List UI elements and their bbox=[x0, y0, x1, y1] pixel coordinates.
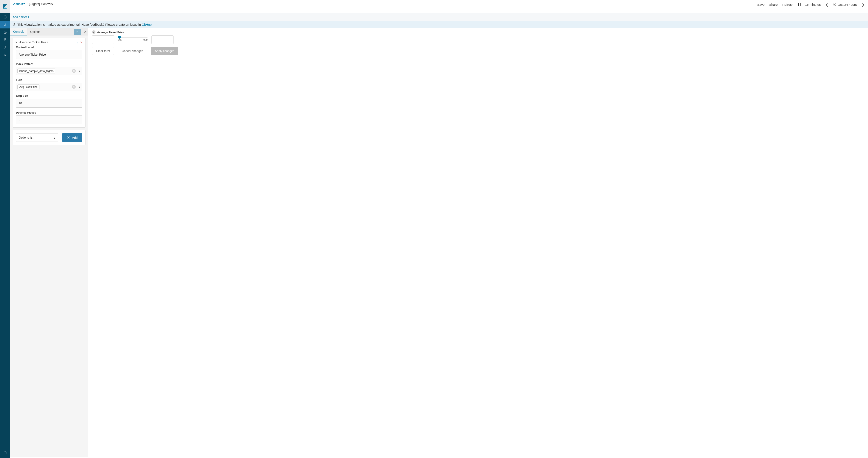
range-slider-track[interactable] bbox=[118, 37, 148, 37]
clear-index-pattern-icon[interactable]: ✕ bbox=[72, 69, 76, 73]
index-pattern-label: Index Pattern bbox=[16, 62, 82, 66]
time-range-label: Last 24 hours bbox=[837, 3, 857, 6]
preview-pane: ❮ Average Ticket Price 108 999 Clear bbox=[88, 28, 868, 457]
clear-form-button[interactable]: Clear form bbox=[92, 47, 114, 55]
move-up-button[interactable]: ↑ bbox=[73, 40, 74, 44]
decimal-places-input[interactable] bbox=[16, 116, 82, 124]
breadcrumb-current: [Flights] Controls bbox=[29, 2, 53, 6]
nav-security-icon[interactable] bbox=[0, 36, 10, 44]
side-nav bbox=[0, 0, 10, 457]
nav-management-icon[interactable] bbox=[0, 51, 10, 59]
svg-point-7 bbox=[5, 39, 6, 40]
time-prev-icon[interactable]: ❮ bbox=[825, 2, 829, 7]
field-select[interactable]: AvgTicketPrice ✕ ∨ bbox=[16, 83, 82, 91]
breadcrumb-separator: / bbox=[27, 2, 28, 6]
index-pattern-chip: kibana_sample_data_flights bbox=[18, 68, 55, 73]
editor-sidebar: Controls Options ✕ ∨ Average Ticket Pric… bbox=[10, 28, 88, 457]
plus-circle-icon: + bbox=[67, 136, 70, 139]
tab-options[interactable]: Options bbox=[27, 28, 43, 35]
chevron-down-icon[interactable]: ∨ bbox=[78, 85, 81, 89]
panel-header[interactable]: ∨ Average Ticket Price ↑ ↓ ✕ bbox=[13, 38, 85, 45]
range-max-input[interactable] bbox=[151, 35, 174, 44]
svg-point-8 bbox=[5, 55, 5, 56]
control-label-label: Control Label bbox=[16, 45, 82, 49]
index-pattern-select[interactable]: kibana_sample_data_flights ✕ ∨ bbox=[16, 67, 82, 75]
range-min-label: 108 bbox=[118, 38, 122, 41]
range-slider-control: 108 999 bbox=[92, 35, 864, 44]
breadcrumb-root[interactable]: Visualize bbox=[13, 2, 26, 6]
pause-icon[interactable] bbox=[798, 3, 801, 6]
github-link[interactable]: GitHub bbox=[142, 23, 152, 26]
range-min-input[interactable] bbox=[92, 35, 114, 44]
save-button[interactable]: Save bbox=[757, 3, 765, 6]
resize-handle[interactable]: ⋮ bbox=[87, 241, 90, 244]
nav-visualize-icon[interactable] bbox=[0, 21, 10, 28]
close-editor-button[interactable]: ✕ bbox=[82, 29, 88, 35]
control-type-value: Options list bbox=[19, 136, 33, 139]
clear-field-icon[interactable]: ✕ bbox=[72, 85, 76, 89]
svg-point-6 bbox=[4, 39, 5, 40]
remove-panel-button[interactable]: ✕ bbox=[80, 40, 83, 44]
top-actions: Save Share Refresh 15 minutes ❮ Last 24 … bbox=[757, 2, 865, 7]
nav-dashboard-icon[interactable] bbox=[0, 28, 10, 36]
panel-title: Average Ticket Price bbox=[19, 40, 73, 44]
apply-preview-button[interactable] bbox=[73, 29, 81, 35]
time-next-icon[interactable]: ❯ bbox=[861, 2, 865, 7]
chevron-down-icon: ∨ bbox=[15, 40, 17, 44]
control-panel: ∨ Average Ticket Price ↑ ↓ ✕ Control Lab… bbox=[13, 38, 86, 127]
kibana-logo[interactable] bbox=[0, 0, 10, 13]
add-button-label: Add bbox=[72, 136, 78, 140]
collapse-preview-icon[interactable]: ❮ bbox=[92, 30, 95, 34]
svg-point-5 bbox=[5, 32, 5, 33]
experimental-text: This visualization is marked as experime… bbox=[18, 23, 153, 26]
preview-control-title: Average Ticket Price bbox=[97, 31, 124, 34]
add-filter-label: Add a filter bbox=[13, 15, 27, 19]
decimal-places-label: Decimal Places bbox=[16, 111, 82, 114]
time-range-picker[interactable]: Last 24 hours bbox=[833, 3, 857, 6]
content: Controls Options ✕ ∨ Average Ticket Pric… bbox=[10, 28, 868, 457]
breadcrumb: Visualize / [Flights] Controls bbox=[13, 2, 53, 6]
top-bar: Visualize / [Flights] Controls Save Shar… bbox=[10, 0, 868, 13]
control-label-input[interactable] bbox=[16, 50, 82, 59]
flask-icon bbox=[13, 23, 16, 26]
refresh-interval[interactable]: 15 minutes bbox=[805, 3, 821, 6]
plus-icon: + bbox=[28, 15, 30, 19]
cancel-changes-button[interactable]: Cancel changes bbox=[118, 47, 147, 55]
range-slider-thumb[interactable] bbox=[118, 36, 121, 39]
clock-icon bbox=[833, 3, 836, 6]
step-size-label: Step Size bbox=[16, 94, 82, 97]
refresh-button[interactable]: Refresh bbox=[782, 3, 794, 6]
range-max-label: 999 bbox=[144, 38, 148, 41]
step-size-input[interactable] bbox=[16, 99, 82, 108]
field-chip: AvgTicketPrice bbox=[18, 85, 39, 89]
control-type-select[interactable]: Options list ∨ bbox=[16, 133, 58, 142]
apply-changes-button[interactable]: Apply changes bbox=[151, 47, 178, 55]
add-control-button[interactable]: + Add bbox=[62, 133, 82, 142]
filter-bar: Add a filter + bbox=[10, 13, 868, 21]
chevron-down-icon: ∨ bbox=[54, 136, 56, 139]
svg-rect-1 bbox=[4, 25, 5, 26]
nav-devtools-icon[interactable] bbox=[0, 44, 10, 51]
tab-controls[interactable]: Controls bbox=[10, 28, 27, 35]
chevron-down-icon[interactable]: ∨ bbox=[78, 69, 81, 72]
play-icon bbox=[76, 31, 79, 33]
move-down-button[interactable]: ↓ bbox=[76, 40, 78, 44]
svg-rect-3 bbox=[6, 23, 6, 26]
add-filter-link[interactable]: Add a filter + bbox=[13, 15, 30, 19]
nav-discover-icon[interactable] bbox=[0, 13, 10, 21]
svg-rect-2 bbox=[5, 24, 5, 26]
share-button[interactable]: Share bbox=[769, 3, 778, 6]
add-control-row: Options list ∨ + Add bbox=[13, 130, 86, 145]
field-label: Field bbox=[16, 78, 82, 82]
nav-collapse-icon[interactable] bbox=[0, 449, 10, 457]
experimental-banner: This visualization is marked as experime… bbox=[10, 21, 868, 28]
editor-tabs: Controls Options ✕ bbox=[10, 28, 88, 35]
